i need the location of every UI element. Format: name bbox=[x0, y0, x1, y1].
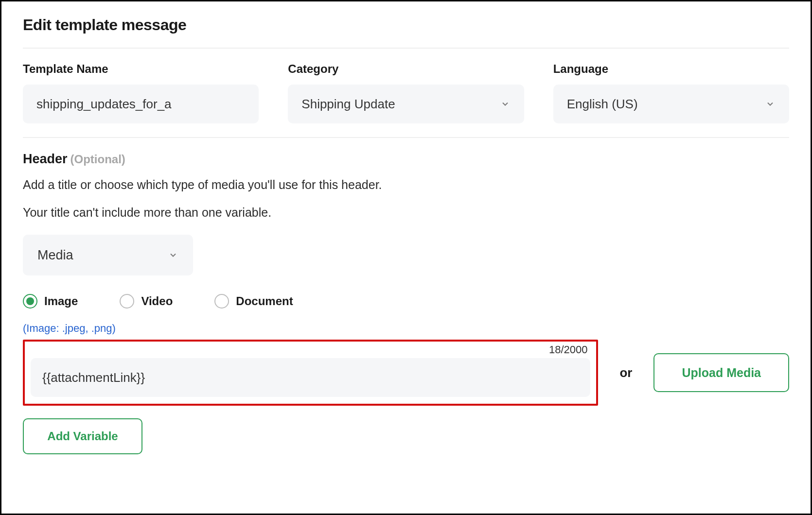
attachment-link-input[interactable] bbox=[31, 358, 590, 397]
radio-image-label: Image bbox=[44, 294, 78, 308]
template-name-field: Template Name bbox=[23, 62, 259, 123]
language-value: English (US) bbox=[567, 97, 638, 112]
header-desc-1: Add a title or choose which type of medi… bbox=[23, 176, 789, 193]
header-section-title: Header bbox=[23, 152, 68, 167]
divider bbox=[23, 48, 789, 49]
template-name-input[interactable] bbox=[23, 85, 259, 123]
radio-video-label: Video bbox=[141, 294, 173, 308]
add-variable-button[interactable]: Add Variable bbox=[23, 418, 142, 454]
radio-video[interactable]: Video bbox=[120, 294, 173, 309]
or-text: or bbox=[619, 365, 632, 380]
radio-document-label: Document bbox=[236, 294, 293, 308]
category-value: Shipping Update bbox=[301, 97, 395, 112]
page-title: Edit template message bbox=[23, 16, 789, 34]
category-select[interactable]: Shipping Update bbox=[288, 85, 524, 123]
radio-document[interactable]: Document bbox=[214, 294, 293, 309]
optional-tag: (Optional) bbox=[71, 153, 125, 166]
char-counter: 18/2000 bbox=[31, 343, 590, 356]
category-label: Category bbox=[288, 62, 524, 76]
category-field: Category Shipping Update bbox=[288, 62, 524, 123]
header-type-select[interactable]: Media bbox=[23, 235, 193, 275]
header-type-value: Media bbox=[37, 248, 73, 263]
language-select[interactable]: English (US) bbox=[553, 85, 789, 123]
header-desc-2: Your title can't include more than one v… bbox=[23, 204, 789, 221]
radio-icon bbox=[214, 294, 229, 309]
edit-template-form: Edit template message Template Name Cate… bbox=[0, 0, 812, 515]
chevron-down-icon bbox=[500, 99, 511, 109]
radio-icon bbox=[120, 294, 134, 309]
attachment-link-highlight: 18/2000 bbox=[23, 340, 598, 406]
language-label: Language bbox=[553, 62, 789, 76]
radio-icon bbox=[23, 294, 37, 309]
chevron-down-icon bbox=[765, 99, 776, 109]
chevron-down-icon bbox=[168, 250, 178, 260]
upload-media-button[interactable]: Upload Media bbox=[653, 353, 789, 392]
header-section-title-line: Header (Optional) bbox=[23, 152, 789, 167]
image-format-hint: (Image: .jpeg, .png) bbox=[23, 322, 789, 335]
attachment-row: 18/2000 or Upload Media bbox=[23, 340, 789, 406]
radio-image[interactable]: Image bbox=[23, 294, 78, 309]
template-name-label: Template Name bbox=[23, 62, 259, 76]
divider bbox=[23, 137, 789, 138]
top-fields-row: Template Name Category Shipping Update L… bbox=[23, 62, 789, 123]
media-type-radios: Image Video Document bbox=[23, 294, 789, 309]
language-field: Language English (US) bbox=[553, 62, 789, 123]
